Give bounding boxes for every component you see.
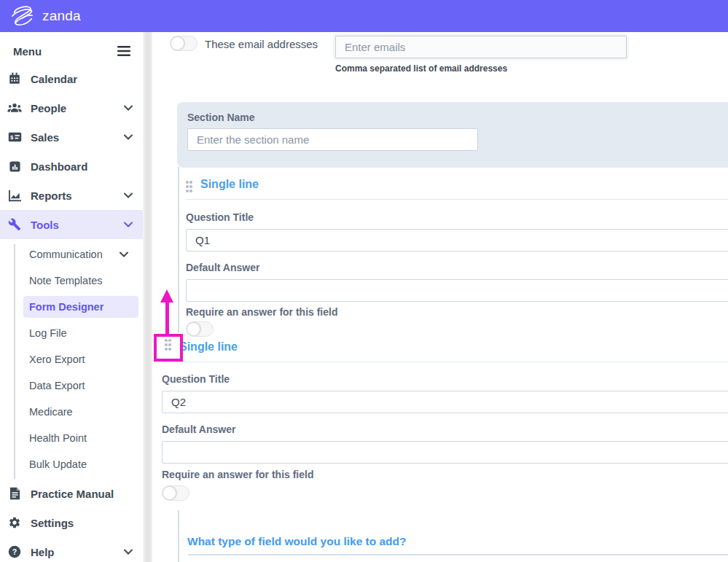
- emails-input[interactable]: [335, 36, 627, 58]
- field-type-heading[interactable]: Single line: [200, 178, 259, 191]
- email-addresses-toggle-label: These email addresses: [205, 38, 318, 50]
- chevron-down-icon: [124, 549, 133, 555]
- chevron-down-icon: [124, 134, 133, 140]
- chevron-down-icon: [124, 192, 133, 198]
- sidebar-subitem-label: Log File: [29, 327, 67, 339]
- toggle-knob: [163, 486, 176, 500]
- question-title-input[interactable]: [162, 391, 728, 413]
- app-header: zanda: [0, 0, 728, 32]
- sidebar-item-settings[interactable]: Settings: [0, 508, 143, 537]
- sidebar-subitem-label: Xero Export: [29, 354, 85, 365]
- divider: [188, 554, 728, 555]
- sidebar-item-sales[interactable]: $ Sales: [0, 122, 143, 152]
- toggle-knob: [171, 36, 184, 50]
- chevron-down-icon: [124, 222, 133, 227]
- sidebar-item-help[interactable]: ? Help: [0, 537, 143, 562]
- annotation-arrow-head: [160, 289, 173, 303]
- email-addresses-toggle[interactable]: [170, 36, 197, 51]
- sidebar-subitem-log-file[interactable]: Log File: [0, 320, 143, 346]
- sidebar-item-tools[interactable]: Tools: [0, 210, 143, 239]
- divider: [162, 362, 728, 362]
- section-left-border: [178, 167, 179, 332]
- sidebar-subitem-label: Communication: [29, 249, 103, 260]
- chevron-down-icon: [120, 251, 128, 257]
- sidebar-subitem-label: Medicare: [29, 406, 73, 418]
- sidebar-subitem-label: Form Designer: [29, 301, 103, 313]
- sidebar-item-label: Dashboard: [31, 160, 87, 173]
- sidebar-item-label: Tools: [31, 219, 59, 231]
- app-window: zanda Menu Calendar People: [0, 0, 728, 562]
- brand-logo[interactable]: zanda: [0, 4, 81, 28]
- default-answer-input[interactable]: [186, 279, 728, 302]
- require-answer-label: Require an answer for this field: [186, 306, 338, 318]
- default-answer-label: Default Answer: [162, 424, 235, 435]
- reports-icon: [7, 188, 22, 203]
- sidebar-subitem-note-templates[interactable]: Note Templates: [0, 268, 143, 294]
- emails-helper-text: Comma separated list of email addresses: [335, 63, 507, 74]
- sidebar-subitem-medicare[interactable]: Medicare: [0, 399, 143, 425]
- menu-label: Menu: [13, 45, 42, 58]
- sidebar-subitem-xero-export[interactable]: Xero Export: [0, 346, 143, 372]
- default-answer-label: Default Answer: [186, 262, 259, 273]
- sidebar-subitem-label: Data Export: [29, 380, 85, 391]
- sidebar-item-label: Reports: [31, 190, 72, 202]
- sidebar-subitem-label: Bulk Update: [29, 458, 87, 470]
- calendar-icon: [7, 71, 22, 86]
- document-icon: [7, 486, 22, 501]
- sidebar-subitem-health-point[interactable]: Health Point: [0, 425, 143, 451]
- sidebar-item-label: Calendar: [31, 73, 77, 85]
- svg-text:?: ?: [12, 547, 17, 556]
- help-icon: ?: [7, 545, 22, 559]
- sidebar-item-reports[interactable]: Reports: [0, 181, 143, 210]
- page-scrollbar[interactable]: [143, 32, 152, 562]
- sidebar-menu-header: Menu: [0, 39, 143, 63]
- annotation-highlight-box: [154, 334, 183, 362]
- question-title-label: Question Title: [186, 211, 254, 223]
- section-header-box: Section Name: [177, 102, 728, 168]
- svg-text:$: $: [10, 135, 13, 141]
- sidebar-item-calendar[interactable]: Calendar: [0, 64, 143, 93]
- add-field-prompt: What type of field would you like to add…: [187, 535, 407, 548]
- divider: [186, 199, 728, 200]
- sales-icon: $: [7, 130, 22, 144]
- sidebar-item-label: Help: [31, 546, 55, 558]
- sidebar-subitem-bulk-update[interactable]: Bulk Update: [0, 451, 143, 477]
- dashboard-icon: [7, 159, 22, 173]
- gear-icon: [7, 515, 22, 530]
- default-answer-input[interactable]: [162, 441, 728, 464]
- require-answer-toggle[interactable]: [162, 485, 189, 501]
- sidebar-subitem-label: Note Templates: [29, 275, 102, 286]
- sidebar-item-people[interactable]: People: [0, 93, 143, 122]
- zanda-scribble-icon: [9, 4, 36, 28]
- wrench-icon: [7, 217, 22, 232]
- sidebar-item-label: Settings: [31, 517, 74, 529]
- sidebar-item-label: Practice Manual: [31, 488, 114, 500]
- section-name-label: Section Name: [187, 112, 255, 123]
- form-designer-content: These email addresses Comma separated li…: [152, 32, 728, 562]
- drag-handle-icon[interactable]: [186, 181, 195, 194]
- sidebar-item-dashboard[interactable]: Dashboard: [0, 152, 143, 181]
- sidebar-subitem-label: Health Point: [29, 432, 87, 444]
- require-answer-label: Require an answer for this field: [162, 469, 314, 480]
- sidebar-item-label: People: [31, 102, 66, 114]
- sidebar-item-label: Sales: [31, 131, 59, 144]
- sidebar-subitem-data-export[interactable]: Data Export: [0, 372, 143, 399]
- question-title-label: Question Title: [162, 373, 230, 385]
- brand-name: zanda: [42, 8, 81, 24]
- toggle-knob: [187, 322, 200, 336]
- hamburger-icon[interactable]: [117, 45, 131, 57]
- annotation-arrow-shaft: [165, 302, 169, 335]
- people-icon: [7, 101, 22, 115]
- sidebar-item-practice-manual[interactable]: Practice Manual: [0, 479, 143, 508]
- sidebar: Menu Calendar People $: [0, 32, 143, 562]
- sidebar-subitem-communication[interactable]: Communication: [0, 241, 143, 268]
- sidebar-subitem-form-designer[interactable]: Form Designer: [0, 294, 143, 320]
- section-name-input[interactable]: [187, 128, 478, 151]
- section-left-border: [178, 510, 179, 562]
- require-answer-toggle[interactable]: [186, 321, 214, 337]
- chevron-down-icon: [124, 105, 133, 111]
- field-type-heading[interactable]: Single line: [179, 340, 238, 354]
- question-title-input[interactable]: [186, 229, 728, 251]
